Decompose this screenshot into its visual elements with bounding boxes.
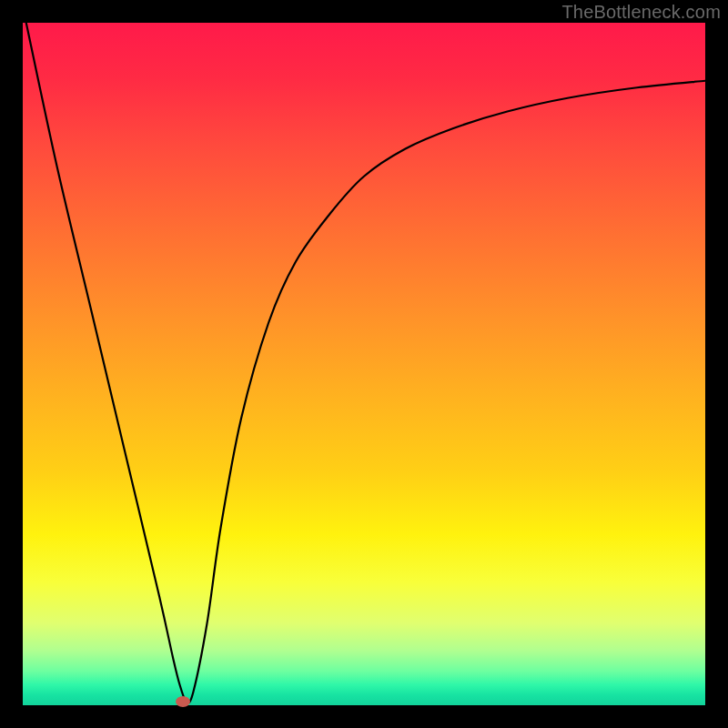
bottleneck-curve <box>23 23 705 705</box>
chart-frame: TheBottleneck.com <box>0 0 728 728</box>
curve-path <box>26 23 705 703</box>
optimal-point-marker <box>176 696 190 707</box>
watermark-text: TheBottleneck.com <box>561 2 721 23</box>
